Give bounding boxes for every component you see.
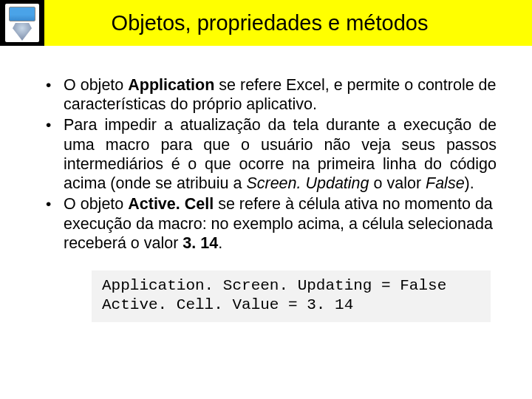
bullet-item: O objeto Application se refere Excel, e … — [35, 75, 497, 114]
text: O objeto — [64, 76, 128, 94]
bullet-list: O objeto Application se refere Excel, e … — [35, 75, 497, 253]
slide-title: Objetos, propriedades e métodos — [44, 11, 532, 35]
italic-text: False — [426, 174, 465, 192]
logo-shield — [13, 23, 32, 41]
bullet-item: Para impedir a atualização da tela duran… — [35, 115, 497, 193]
italic-text: Screen. Updating — [246, 174, 369, 192]
bold-text: Application — [128, 76, 214, 94]
logo-wrap — [0, 0, 44, 46]
bold-text: 3. 14 — [183, 234, 218, 252]
bullet-item: O objeto Active. Cell se refere à célula… — [35, 194, 497, 253]
text: O objeto — [64, 195, 128, 213]
slide-header: Objetos, propriedades e métodos — [0, 0, 532, 46]
logo-flag — [9, 7, 35, 21]
slide-content: O objeto Application se refere Excel, e … — [0, 46, 532, 322]
bold-text: Active. Cell — [128, 195, 214, 213]
text: ). — [465, 174, 474, 192]
code-block: Application. Screen. Updating = False Ac… — [92, 270, 491, 323]
ufcg-logo — [5, 4, 39, 42]
text: o valor — [369, 174, 426, 192]
text: . — [218, 234, 222, 252]
